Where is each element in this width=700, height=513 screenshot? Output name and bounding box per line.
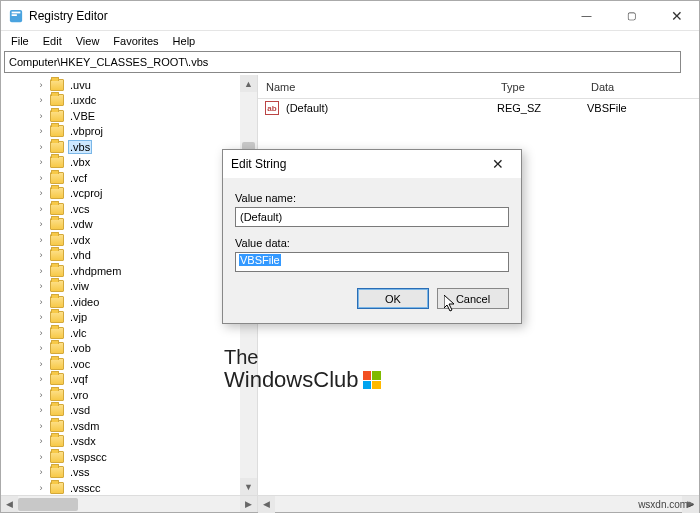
expand-icon[interactable]: ›	[36, 157, 46, 167]
tree-item[interactable]: ›.VBE	[36, 108, 257, 124]
scroll-thumb[interactable]	[18, 498, 78, 511]
tree-item[interactable]: ›.vsd	[36, 403, 257, 419]
tree-scroll[interactable]: ›.uvu›.uxdc›.VBE›.vbproj›.vbs›.vbx›.vcf›…	[1, 75, 257, 495]
svg-rect-2	[12, 14, 17, 16]
tree-item[interactable]: ›.vss	[36, 465, 257, 481]
expand-icon[interactable]: ›	[36, 390, 46, 400]
maximize-button[interactable]: ▢	[609, 1, 654, 31]
expand-icon[interactable]: ›	[36, 235, 46, 245]
list-row[interactable]: ab (Default) REG_SZ VBSFile	[258, 99, 699, 117]
folder-icon	[50, 327, 64, 339]
folder-icon	[50, 311, 64, 323]
menu-file[interactable]: File	[5, 33, 35, 49]
folder-icon	[50, 125, 64, 137]
tree-item[interactable]: ›.vspscc	[36, 449, 257, 465]
expand-icon[interactable]: ›	[36, 188, 46, 198]
menu-edit[interactable]: Edit	[37, 33, 68, 49]
expand-icon[interactable]: ›	[36, 359, 46, 369]
expand-icon[interactable]: ›	[36, 436, 46, 446]
minimize-button[interactable]: —	[564, 1, 609, 31]
list-header[interactable]: Name Type Data	[258, 75, 699, 99]
value-data-label: Value data:	[235, 237, 509, 249]
windows-logo-icon	[363, 371, 381, 389]
expand-icon[interactable]: ›	[36, 95, 46, 105]
folder-icon	[50, 187, 64, 199]
expand-icon[interactable]: ›	[36, 111, 46, 121]
expand-icon[interactable]: ›	[36, 343, 46, 353]
expand-icon[interactable]: ›	[36, 173, 46, 183]
folder-icon	[50, 420, 64, 432]
tree-horizontal-scrollbar[interactable]: ◀ ▶	[1, 495, 257, 512]
scroll-up-icon[interactable]: ▲	[240, 75, 257, 92]
expand-icon[interactable]: ›	[36, 281, 46, 291]
scroll-right-icon[interactable]: ▶	[240, 496, 257, 513]
dialog-close-button[interactable]: ✕	[483, 156, 513, 172]
menu-view[interactable]: View	[70, 33, 106, 49]
watermark-line1: The	[224, 346, 381, 368]
tree-item[interactable]: ›.vlc	[36, 325, 257, 341]
expand-icon[interactable]: ›	[36, 250, 46, 260]
tree-item[interactable]: ›.vsdm	[36, 418, 257, 434]
expand-icon[interactable]: ›	[36, 374, 46, 384]
tree-item-label: .vss	[68, 466, 92, 478]
column-name[interactable]: Name	[258, 81, 493, 93]
scroll-left-icon[interactable]: ◀	[258, 496, 275, 513]
expand-icon[interactable]: ›	[36, 328, 46, 338]
expand-icon[interactable]: ›	[36, 80, 46, 90]
column-type[interactable]: Type	[493, 81, 583, 93]
tree-item-label: .uxdc	[68, 94, 98, 106]
expand-icon[interactable]: ›	[36, 452, 46, 462]
expand-icon[interactable]: ›	[36, 312, 46, 322]
expand-icon[interactable]: ›	[36, 266, 46, 276]
expand-icon[interactable]: ›	[36, 467, 46, 477]
folder-icon	[50, 296, 64, 308]
tree-item-label: .vdx	[68, 234, 92, 246]
titlebar[interactable]: Registry Editor — ▢ ✕	[1, 1, 699, 31]
folder-icon	[50, 389, 64, 401]
scroll-track[interactable]	[18, 496, 240, 513]
address-bar[interactable]: Computer\HKEY_CLASSES_ROOT\.vbs	[4, 51, 681, 73]
expand-icon[interactable]: ›	[36, 142, 46, 152]
tree-item-label: .vob	[68, 342, 93, 354]
dialog-titlebar[interactable]: Edit String ✕	[223, 150, 521, 178]
expand-icon[interactable]: ›	[36, 483, 46, 493]
scroll-left-icon[interactable]: ◀	[1, 496, 18, 513]
dialog-button-row: OK Cancel	[235, 288, 509, 309]
scroll-track[interactable]	[275, 496, 682, 513]
tree-item[interactable]: ›.vbproj	[36, 124, 257, 140]
tree-pane: ›.uvu›.uxdc›.VBE›.vbproj›.vbs›.vbx›.vcf›…	[1, 75, 258, 512]
folder-icon	[50, 482, 64, 494]
expand-icon[interactable]: ›	[36, 219, 46, 229]
ok-button[interactable]: OK	[357, 288, 429, 309]
expand-icon[interactable]: ›	[36, 126, 46, 136]
menu-help[interactable]: Help	[167, 33, 202, 49]
expand-icon[interactable]: ›	[36, 405, 46, 415]
tree-item-label: .vlc	[68, 327, 89, 339]
tree-item-label: .vqf	[68, 373, 90, 385]
tree-item-label: .viw	[68, 280, 91, 292]
list-horizontal-scrollbar[interactable]: ◀ ▶	[258, 495, 699, 512]
folder-icon	[50, 435, 64, 447]
tree-item-label: .uvu	[68, 79, 93, 91]
menu-favorites[interactable]: Favorites	[107, 33, 164, 49]
folder-icon	[50, 342, 64, 354]
tree-item[interactable]: ›.vsscc	[36, 480, 257, 495]
close-button[interactable]: ✕	[654, 1, 699, 31]
value-data-field[interactable]	[235, 252, 509, 272]
folder-icon	[50, 203, 64, 215]
column-data[interactable]: Data	[583, 81, 699, 93]
folder-icon	[50, 373, 64, 385]
expand-icon[interactable]: ›	[36, 421, 46, 431]
scroll-down-icon[interactable]: ▼	[240, 478, 257, 495]
expand-icon[interactable]: ›	[36, 204, 46, 214]
tree-item[interactable]: ›.uvu	[36, 77, 257, 93]
cancel-button[interactable]: Cancel	[437, 288, 509, 309]
expand-icon[interactable]: ›	[36, 297, 46, 307]
tree-item[interactable]: ›.uxdc	[36, 93, 257, 109]
corner-text: wsxdn.com>	[638, 499, 694, 510]
value-name-field[interactable]	[235, 207, 509, 227]
tree-item[interactable]: ›.vsdx	[36, 434, 257, 450]
tree-item-label: .vsdx	[68, 435, 98, 447]
folder-icon	[50, 358, 64, 370]
menubar: File Edit View Favorites Help	[1, 31, 699, 50]
